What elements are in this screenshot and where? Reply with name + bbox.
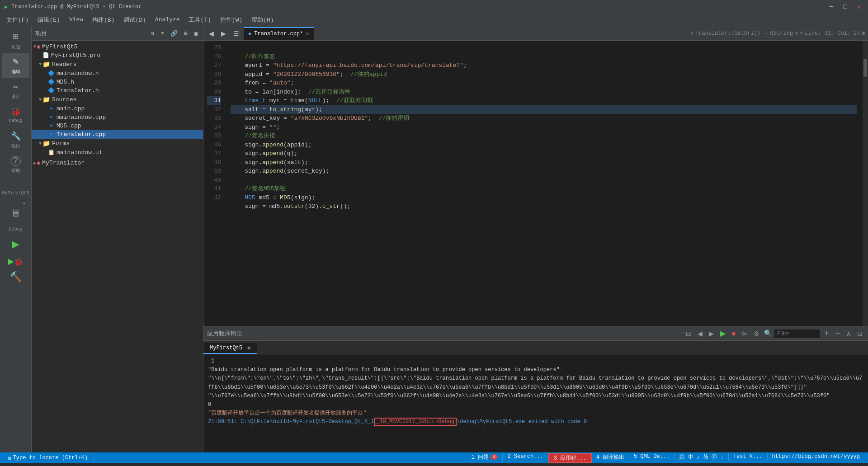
- output-prev-button[interactable]: ◀: [696, 329, 704, 338]
- status-qml[interactable]: 5 QML De...: [629, 453, 675, 460]
- sidebar-sort-icon[interactable]: ⇅: [149, 29, 156, 38]
- output-settings-icon[interactable]: ⚙: [752, 329, 761, 338]
- forms-folder-icon: 📁: [42, 140, 50, 147]
- debug-run-button[interactable]: ▶🐞: [8, 256, 23, 268]
- close-button[interactable]: ✕: [854, 2, 863, 12]
- tree-item-headers[interactable]: ▼ 📁 Headers: [32, 60, 203, 69]
- nav-back-button[interactable]: ◀: [206, 29, 217, 38]
- status-ime[interactable]: 拼 中 ♪ 荷 ⓢ :: [675, 453, 728, 461]
- menu-widgets[interactable]: 控件(W): [216, 14, 247, 26]
- tree-item-md5-cpp[interactable]: 🔹 MD5.cpp: [32, 122, 203, 130]
- menu-view[interactable]: View: [65, 14, 88, 25]
- menu-edit[interactable]: 编辑(E): [33, 14, 64, 26]
- project-label-myfirstqt5: MyFirstQt5: [42, 43, 77, 50]
- sidebar-split-icon[interactable]: ⊞: [182, 29, 189, 38]
- status-blog[interactable]: https://blog.csdn.net/yyyyg: [768, 453, 864, 460]
- tree-item-forms[interactable]: ▼ 📁 Forms: [32, 139, 203, 148]
- tree-item-mainwindow-cpp[interactable]: 🔹 mainwindow.cpp: [32, 113, 203, 122]
- out-line-6: "百度翻译开放平台是一个为百度翻译开发者提供开放服务的平台": [208, 409, 863, 418]
- output-stop-button[interactable]: ■: [730, 329, 737, 338]
- scrollbar[interactable]: [863, 41, 868, 326]
- tree-item-translator-h[interactable]: 🔷 Translator.h: [32, 86, 203, 95]
- tree-item-translator-cpp[interactable]: 🔹 Translator.cpp: [32, 130, 203, 139]
- menu-tools[interactable]: 工具(T): [184, 14, 215, 26]
- project-tree: ▼ ◉ MyFirstQt5 📄 MyFirstQt5.pro ▼ 📁 Head…: [32, 41, 203, 452]
- context-menu-button[interactable]: ☰: [231, 29, 242, 38]
- output-remove-button[interactable]: −: [833, 328, 842, 339]
- code-content[interactable]: //制作签名 myurl = "https://fanyi-api.baidu.…: [225, 41, 863, 326]
- breadcrumb-panel-button[interactable]: ▣: [862, 30, 865, 37]
- status-search[interactable]: 2 Search...: [503, 453, 548, 460]
- tree-item-main-cpp[interactable]: 🔹 main.cpp: [32, 104, 203, 113]
- sidebar-item-edit[interactable]: ✎ 编辑: [2, 53, 29, 78]
- statusbar: ⊞ Type to locate (Ctrl+K) 1 问题 4 2 Searc…: [0, 452, 868, 463]
- sidebar-item-project[interactable]: 🔧 项目: [2, 127, 29, 152]
- tree-item-pro[interactable]: 📄 MyFirstQt5.pro: [32, 51, 203, 60]
- tree-item-mainwindow-ui[interactable]: 📋 mainwindow.ui: [32, 148, 203, 157]
- tree-item-sources[interactable]: ▼ 📁 Sources: [32, 95, 203, 104]
- code-line-29: to = lan[index]; //选择目标语种: [231, 89, 350, 95]
- status-build-output[interactable]: 4 编译输出: [592, 453, 629, 461]
- menubar: 文件(F) 编辑(E) View 构建(B) 调试(D) Analyze 工具(…: [0, 14, 868, 26]
- code-line-38: sign.append(secret_key);: [231, 168, 329, 174]
- status-issues[interactable]: 1 问题 4: [467, 453, 503, 461]
- sidebar-panel-icon[interactable]: ▣: [192, 29, 199, 38]
- output-maximize-button[interactable]: ⊡: [855, 329, 864, 338]
- sidebar-item-welcome[interactable]: ⊞ 欢迎: [2, 28, 29, 53]
- menu-debug[interactable]: 调试(D): [119, 14, 150, 26]
- debug-screen-icon[interactable]: 🖥 ▶: [2, 201, 29, 226]
- editor-tab-translator-cpp[interactable]: ◆ Translator.cpp* ✕: [244, 27, 314, 40]
- code-line-30: time_t myt = time(NULL); //获取时间戳: [231, 97, 373, 104]
- code-line-37: sign.append(salt);: [231, 159, 308, 166]
- output-add-button[interactable]: +: [822, 328, 831, 339]
- editor-area: ◀ ▶ ☰ ◆ Translator.cpp* ✕ » Translator::…: [203, 26, 868, 452]
- expand-arrow-headers: ▼: [39, 62, 42, 67]
- mainwindow-ui-label: mainwindow.ui: [57, 149, 102, 156]
- main-layout: ⊞ 欢迎 ✎ 编辑 ✏ 设计 🐞 Debug 🔧 项目 ? 帮助 MyFirst…: [0, 26, 868, 452]
- tree-item-mainwindow-h[interactable]: 🔷 mainwindow.h: [32, 69, 203, 78]
- output-content[interactable]: -1 "Baidu translation open platform is a…: [203, 354, 868, 452]
- menu-analyze[interactable]: Analyze: [151, 14, 184, 25]
- output-next-button[interactable]: ▶: [707, 329, 716, 338]
- code-line-32: secret_key = "a7xNC3Zo0vSxNbIhOUB1"; //你…: [231, 115, 409, 122]
- tab-close-button[interactable]: ✕: [306, 30, 309, 37]
- titlebar-controls[interactable]: ─ □ ✕: [827, 2, 863, 12]
- output-run-button[interactable]: ▶: [718, 328, 727, 339]
- nav-forward-button[interactable]: ▶: [218, 29, 229, 38]
- project-name-label: MyFirstQt5 🖥 ▶ Debug ▶ ▶🐞 🔨: [2, 191, 29, 292]
- app-icon: ▶: [5, 4, 8, 10]
- edit-label: 编辑: [11, 69, 20, 75]
- output-filter-input[interactable]: [774, 329, 820, 338]
- build-button[interactable]: 🔨: [9, 272, 22, 283]
- project-icon: 🔧: [11, 131, 21, 141]
- status-test[interactable]: Test R...: [729, 453, 768, 460]
- menu-build[interactable]: 构建(B): [88, 14, 119, 26]
- maximize-button[interactable]: □: [840, 2, 849, 12]
- exit-line-prefix: 21:09:51: G:\QtFile\build-MyFirstQt5-Des…: [208, 419, 374, 425]
- menu-help[interactable]: 帮助(H): [247, 14, 278, 26]
- output-terminal-icon[interactable]: ⊟: [684, 329, 693, 338]
- titlebar: ▶ Translator.cpp @ MyFirstQt5 - Qt Creat…: [0, 0, 868, 14]
- minimize-button[interactable]: ─: [827, 2, 836, 12]
- welcome-icon: ⊞: [13, 31, 18, 42]
- sidebar-item-help[interactable]: ? 帮助: [2, 152, 29, 177]
- sidebar-item-design[interactable]: ✏ 设计: [2, 78, 29, 103]
- status-locate[interactable]: ⊞ Type to locate (Ctrl+K): [4, 452, 94, 463]
- out-line-2: "Baidu translation open platform is a pl…: [208, 366, 863, 374]
- output-tab-myfirstqt5[interactable]: MyFirstQt5 ⚙: [203, 343, 257, 354]
- output-collapse-button[interactable]: ∧: [844, 329, 853, 338]
- output-step-button[interactable]: ⊳: [740, 329, 749, 338]
- line-numbers: 25 26 27 28 29 30 31 32 33 34 35 36 37 3…: [203, 41, 225, 326]
- run-button[interactable]: ▶: [12, 238, 19, 252]
- menu-file[interactable]: 文件(F): [2, 14, 33, 26]
- sidebar-item-debug[interactable]: 🐞 Debug: [2, 103, 29, 127]
- tree-item-mytranslator[interactable]: ▶ ◉ MyTranslator: [32, 159, 203, 167]
- tree-item-md5-h[interactable]: 🔷 MD5.h: [32, 78, 203, 86]
- search-label: 2 Search...: [507, 453, 543, 460]
- breadcrumb-location: Line: 31, Col: 27: [805, 30, 860, 37]
- tab-file-icon: ◆: [248, 30, 251, 37]
- sidebar-filter-icon[interactable]: ⚗: [159, 29, 166, 38]
- status-app-output[interactable]: 3 应用程...: [548, 453, 592, 463]
- tree-item-myfirstqt5[interactable]: ▼ ◉ MyFirstQt5: [32, 42, 203, 51]
- sidebar-link-icon[interactable]: 🔗: [169, 29, 179, 38]
